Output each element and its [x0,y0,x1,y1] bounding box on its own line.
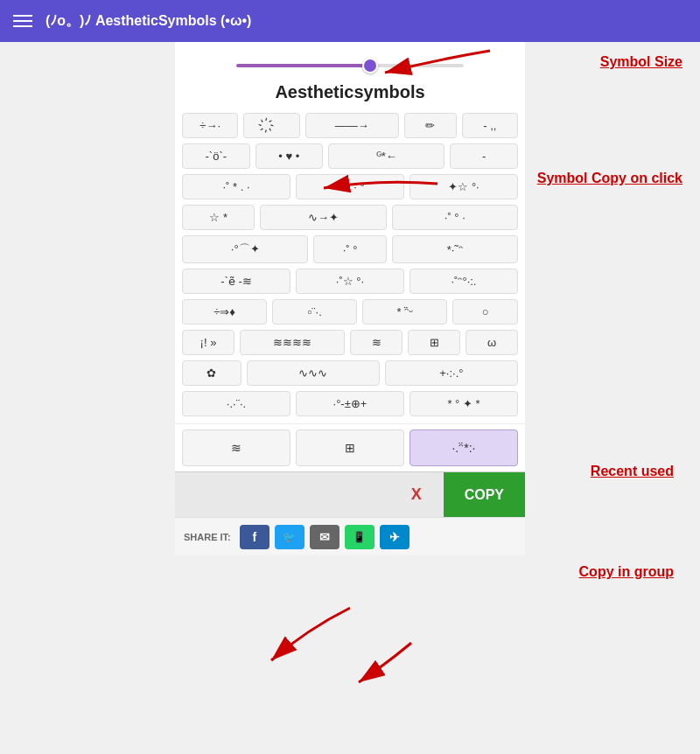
symbol-grid: ÷→· ҉ ——→ ✏ - ,, -`ö`- • ♥ • ᴳ*← - ·˚ * … [175,113,525,423]
main-panel: Aestheticsymbols ÷→· ҉ ——→ ✏ - ,, -`ö`- … [175,42,525,555]
symbol-btn[interactable]: -`ẽ -≋ [182,269,290,294]
whatsapp-share-button[interactable]: 📱 [345,525,374,549]
symbol-row: ·.·¨·. ·°-±⊕+ * ° ✦ * [182,391,518,416]
symbol-btn[interactable]: ·˚ᵔ°·:. [410,269,518,294]
symbol-btn[interactable]: * ᵔ̈ᵕ [362,299,447,325]
telegram-share-button[interactable]: ✈ [380,525,410,549]
symbol-btn[interactable]: ✿ [182,360,242,386]
symbol-btn[interactable]: ——→ [305,113,399,138]
share-bar: SHARE IT: f 🐦 ✉ 📱 ✈ [175,517,525,555]
symbol-btn[interactable]: ≋≋≋≋ [240,330,345,355]
symbol-btn[interactable]: ☆ * [182,205,255,230]
symbol-btn[interactable]: +·:·.° [385,360,518,386]
symbol-row: -`ö`- • ♥ • ᴳ*← - [182,143,518,169]
symbol-row: ✿ ∿∿∿ +·:·.° [182,360,518,386]
symbol-btn[interactable]: ÷⇒♦ [182,299,267,325]
symbol-btn[interactable]: ▫¨·. [272,299,357,325]
symbol-row: ¡! » ≋≋≋≋ ≋ ⊞ ω [182,330,518,355]
symbol-btn[interactable]: ✏ [404,113,457,138]
symbol-row: -`ẽ -≋ ·˚☆ °· ·˚ᵔ°·:. [182,269,518,294]
symbol-btn[interactable]: ¡! » [182,330,234,355]
symbol-btn[interactable]: ⊞ [408,330,460,355]
selected-symbol-2[interactable]: ⊞ [296,429,404,466]
symbol-btn[interactable]: ·˚ ° · [392,205,518,230]
symbol-btn[interactable]: ∿∿∿ [247,360,380,386]
symbol-btn[interactable]: * ° ✦ * [410,391,518,416]
arrow-symbol-size [306,42,499,86]
symbol-row: ÷→· ҉ ——→ ✏ - ,, [182,113,518,138]
symbol-btn[interactable]: ○ [452,299,518,325]
arrow-symbol-copy [271,171,446,206]
selected-symbol-3[interactable]: ·.ᵔ̈*:· [410,429,518,466]
symbol-btn[interactable]: • ♥ • [256,143,324,169]
symbol-btn[interactable]: -`ö`- [182,143,250,169]
annotation-copy-in-group: Copy in group [579,564,674,580]
symbol-row: ÷⇒♦ ▫¨·. * ᵔ̈ᵕ ○ [182,299,518,325]
symbol-btn[interactable]: - ,, [462,113,518,138]
symbol-btn[interactable]: ҉ [243,113,299,138]
copy-button[interactable]: COPY [444,472,525,517]
symbol-btn[interactable]: ·.·¨·. [182,391,290,416]
symbol-btn[interactable]: ≋ [350,330,402,355]
symbol-btn[interactable]: - [450,143,518,169]
header-title: (ﾉo。)ﾉ AestheticSymbols (•ω•) [46,12,251,31]
symbol-btn[interactable]: ·°⌒✦ [182,235,308,263]
share-label: SHARE IT: [184,532,231,542]
hamburger-menu[interactable] [13,15,32,27]
symbol-btn[interactable]: ·°-±⊕+ [296,391,404,416]
copy-text-area: X [175,485,444,504]
copy-bar: X COPY [175,471,525,517]
arrow-copy-button [280,639,420,691]
app-header: (ﾉo。)ﾉ AestheticSymbols (•ω•) [0,0,700,42]
annotation-recent-used: Recent used [591,464,674,479]
symbol-btn[interactable]: ᴳ*← [328,143,444,169]
facebook-share-button[interactable]: f [240,525,270,549]
symbol-btn[interactable]: ÷→· [182,113,238,138]
selected-symbol-1[interactable]: ≋ [182,429,290,466]
selected-area: ≋ ⊞ ·.ᵔ̈*:· [175,423,525,471]
symbol-btn[interactable]: ω [466,330,518,355]
symbol-btn[interactable]: ·˚ ° [313,235,386,263]
twitter-share-button[interactable]: 🐦 [275,525,304,549]
symbol-btn[interactable]: *·˜ᵔ [392,235,518,263]
symbol-row: ☆ * ∿→✦ ·˚ ° · [182,205,518,230]
email-share-button[interactable]: ✉ [310,525,340,549]
clear-button[interactable]: X [411,485,422,504]
symbol-btn[interactable]: ·˚☆ °· [296,269,404,294]
annotation-symbol-copy: Symbol Copy on click [537,171,682,186]
symbol-btn[interactable]: ∿→✦ [260,205,386,230]
annotation-symbol-size: Symbol Size [600,54,682,70]
symbol-row: ·°⌒✦ ·˚ ° *·˜ᵔ [182,235,518,263]
